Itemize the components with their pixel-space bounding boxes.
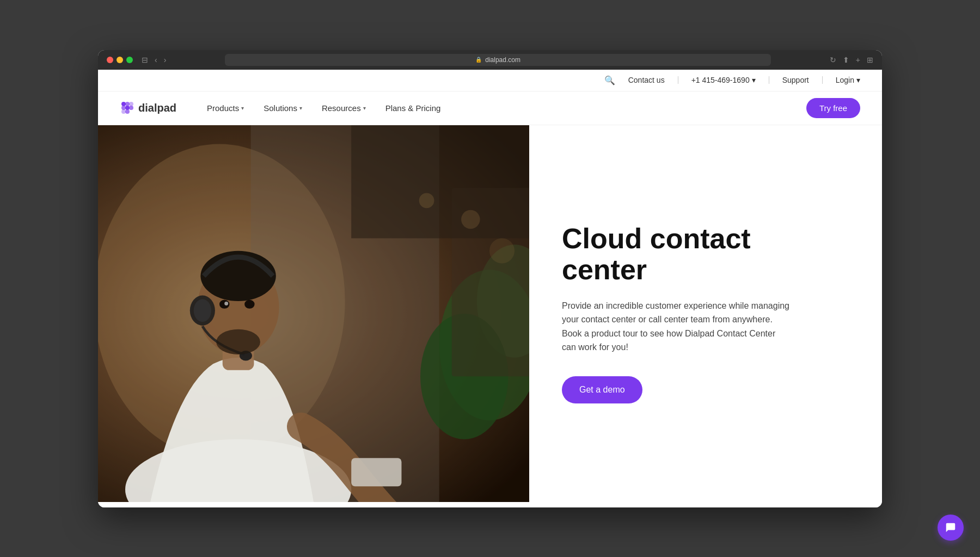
pricing-label: Plans & Pricing (385, 103, 441, 113)
hero-title-line2: center (562, 254, 647, 285)
hero-content: Cloud contact center Provide an incredib… (529, 125, 882, 502)
hero-title-line1: Cloud contact (562, 223, 751, 254)
svg-point-2 (129, 102, 133, 106)
resources-label: Resources (322, 103, 361, 113)
svg-point-26 (224, 302, 228, 305)
nav-items: Products ▾ Solutions ▾ Resources ▾ Plans… (198, 99, 806, 117)
search-icon[interactable]: 🔍 (604, 75, 615, 85)
solutions-chevron-icon: ▾ (299, 105, 302, 111)
browser-actions: ↻ ⬆ + ⊞ (830, 56, 873, 64)
traffic-lights (107, 57, 133, 63)
svg-point-3 (121, 106, 126, 110)
resources-chevron-icon: ▾ (363, 105, 366, 111)
forward-icon[interactable]: › (164, 56, 167, 64)
divider-3 (822, 76, 823, 84)
svg-point-27 (216, 329, 260, 354)
share-icon[interactable]: ⬆ (843, 56, 849, 64)
login-chevron-icon: ▾ (856, 76, 860, 84)
logo-text: dialpad (138, 102, 176, 114)
svg-point-6 (121, 109, 126, 114)
svg-rect-29 (351, 125, 529, 238)
reload-icon[interactable]: ↻ (830, 56, 836, 64)
svg-point-32 (419, 193, 434, 208)
solutions-label: Solutions (264, 103, 297, 113)
chat-widget-icon (945, 522, 957, 534)
svg-point-5 (129, 106, 133, 110)
maximize-button[interactable] (126, 57, 133, 63)
products-chevron-icon: ▾ (241, 105, 244, 111)
svg-point-31 (489, 238, 514, 263)
new-tab-icon[interactable]: + (856, 56, 860, 64)
browser-window: ⊟ ‹ › 🔒 dialpad.com ↻ ⬆ + ⊞ 🔍 Contact us… (98, 50, 882, 507)
svg-point-7 (125, 109, 130, 114)
nav-resources[interactable]: Resources ▾ (313, 99, 375, 117)
dialpad-logo-icon (120, 100, 135, 115)
minimize-button[interactable] (117, 57, 123, 63)
support-link[interactable]: Support (782, 76, 809, 84)
nav-products[interactable]: Products ▾ (198, 99, 253, 117)
contact-us-link[interactable]: Contact us (628, 76, 665, 84)
divider-2 (769, 76, 769, 84)
hero-title: Cloud contact center (562, 223, 849, 285)
address-bar[interactable]: 🔒 dialpad.com (225, 54, 770, 66)
hero-section: Cloud contact center Provide an incredib… (98, 125, 882, 502)
phone-chevron-icon: ▾ (752, 76, 756, 84)
get-demo-button[interactable]: Get a demo (562, 376, 642, 403)
svg-point-1 (125, 102, 130, 106)
svg-point-25 (244, 299, 254, 308)
phone-number: +1 415-469-1690 (691, 76, 750, 84)
phone-dropdown[interactable]: +1 415-469-1690 ▾ (691, 76, 756, 84)
hero-background-svg (98, 125, 529, 502)
hero-image (98, 125, 529, 502)
svg-point-22 (194, 299, 211, 322)
svg-point-0 (121, 102, 126, 106)
hero-description: Provide an incredible customer experienc… (562, 299, 791, 354)
tabs-icon[interactable]: ⊞ (867, 56, 873, 64)
main-nav: dialpad Products ▾ Solutions ▾ Resources… (98, 91, 882, 125)
login-label: Login (836, 76, 854, 84)
browser-controls: ⊟ ‹ › (142, 56, 166, 64)
sidebar-toggle-icon[interactable]: ⊟ (142, 56, 148, 64)
nav-solutions[interactable]: Solutions ▾ (255, 99, 311, 117)
utility-bar: 🔍 Contact us +1 415-469-1690 ▾ Support L… (98, 70, 882, 91)
products-label: Products (207, 103, 239, 113)
close-button[interactable] (107, 57, 113, 63)
browser-chrome: ⊟ ‹ › 🔒 dialpad.com ↻ ⬆ + ⊞ (98, 50, 882, 70)
chat-widget[interactable] (938, 515, 964, 541)
svg-rect-28 (351, 458, 401, 486)
svg-point-4 (125, 106, 130, 110)
nav-pricing[interactable]: Plans & Pricing (377, 99, 450, 117)
back-icon[interactable]: ‹ (155, 56, 157, 64)
url-text: dialpad.com (485, 56, 520, 64)
svg-point-30 (461, 210, 480, 229)
divider (678, 76, 678, 84)
try-free-button[interactable]: Try free (806, 98, 860, 118)
logo[interactable]: dialpad (120, 100, 176, 115)
login-dropdown[interactable]: Login ▾ (836, 76, 860, 84)
website-content: 🔍 Contact us +1 415-469-1690 ▾ Support L… (98, 70, 882, 507)
lock-icon: 🔒 (475, 57, 482, 63)
